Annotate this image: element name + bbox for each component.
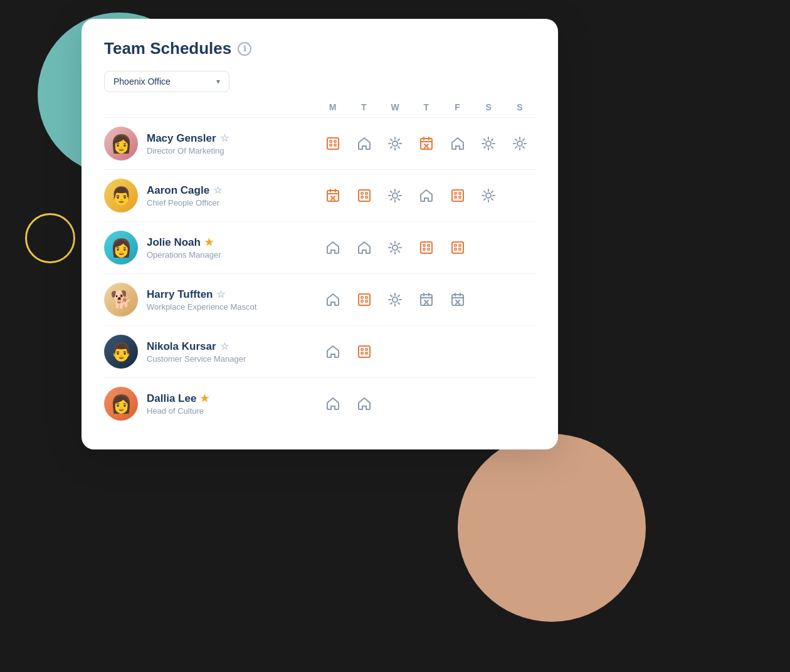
schedule-icon-macy-day6[interactable] (504, 136, 535, 151)
person-name-dallia: Dallia Lee ★ (147, 392, 209, 405)
svg-line-101 (391, 295, 392, 297)
schedule-icon-macy-day1[interactable] (349, 136, 380, 151)
person-info-nikola: 👨 Nikola Kursar ☆ Customer Service Manag… (104, 335, 317, 369)
svg-point-96 (392, 297, 398, 302)
svg-line-34 (515, 139, 517, 140)
avatar-harry: 🐕 (104, 283, 138, 317)
star-macy[interactable]: ☆ (220, 132, 229, 144)
dropdown-label: Phoenix Office (113, 76, 211, 87)
schedule-icon-harry-day0[interactable] (317, 292, 349, 307)
schedule-icon-nikola-day1[interactable] (349, 344, 380, 359)
person-info-aaron: 👨 Aaron Cagle ☆ Chief People Officer (104, 179, 317, 213)
schedule-icon-aaron-day0[interactable] (317, 188, 349, 203)
svg-rect-3 (330, 144, 332, 146)
star-jolie[interactable]: ★ (204, 236, 213, 248)
person-role-nikola: Customer Service Manager (147, 354, 246, 364)
day-header-mon: M (317, 102, 349, 112)
person-row-aaron: 👨 Aaron Cagle ☆ Chief People Officer (104, 170, 535, 222)
svg-rect-62 (459, 196, 461, 198)
yellow-bg-circle (25, 213, 75, 263)
svg-point-72 (392, 245, 398, 250)
schedule-icon-jolie-day4[interactable] (442, 240, 473, 255)
day-header-fri: F (442, 102, 473, 112)
svg-point-63 (486, 193, 491, 198)
svg-rect-82 (423, 244, 425, 246)
svg-line-70 (492, 191, 493, 192)
svg-rect-0 (327, 138, 339, 149)
day-header-tue: T (349, 102, 380, 112)
svg-rect-91 (359, 294, 370, 305)
star-dallia[interactable]: ★ (200, 392, 209, 404)
avatar-dallia: 👩 (104, 387, 138, 421)
svg-rect-105 (421, 295, 432, 305)
svg-rect-1 (330, 140, 332, 142)
schedule-icon-macy-day2[interactable] (379, 136, 411, 151)
schedule-icon-harry-day1[interactable] (349, 292, 380, 307)
svg-line-26 (492, 147, 493, 148)
svg-rect-58 (452, 190, 463, 201)
person-details-nikola: Nikola Kursar ☆ Customer Service Manager (147, 340, 246, 364)
person-details-harry: Harry Tufften ☆ Workplace Experience Mas… (147, 288, 256, 312)
svg-line-56 (398, 191, 399, 192)
svg-line-12 (398, 139, 399, 140)
info-icon[interactable]: ℹ (238, 42, 251, 56)
svg-line-25 (484, 139, 485, 140)
schedule-icon-macy-day4[interactable] (442, 136, 473, 151)
schedule-icon-aaron-day5[interactable] (473, 188, 505, 203)
person-details-dallia: Dallia Lee ★ Head of Culture (147, 392, 209, 416)
svg-rect-4 (334, 144, 336, 146)
schedule-icon-aaron-day2[interactable] (379, 188, 411, 203)
office-dropdown[interactable]: Phoenix Office ▾ (104, 71, 229, 92)
person-info-jolie: 👩 Jolie Noah ★ Operations Manager (104, 231, 317, 265)
svg-rect-92 (361, 297, 363, 298)
schedule-icon-jolie-day0[interactable] (317, 240, 349, 255)
schedule-icon-aaron-day1[interactable] (349, 188, 380, 203)
svg-line-27 (492, 139, 493, 140)
svg-rect-121 (366, 352, 367, 354)
person-row-jolie: 👩 Jolie Noah ★ Operations Manager (104, 222, 535, 274)
schedule-icon-harry-day4[interactable] (442, 292, 473, 307)
svg-line-10 (391, 139, 392, 140)
schedule-icon-macy-day3[interactable] (411, 136, 442, 151)
schedule-icon-jolie-day2[interactable] (379, 240, 411, 255)
person-info-macy: 👩 Macy Gensler ☆ Director Of Marketing (104, 127, 317, 160)
schedule-icon-macy-day0[interactable] (317, 136, 349, 151)
svg-rect-118 (361, 349, 363, 350)
person-role-jolie: Operations Manager (147, 250, 221, 260)
schedule-icon-jolie-day3[interactable] (411, 240, 442, 255)
person-info-dallia: 👩 Dallia Lee ★ Head of Culture (104, 387, 317, 421)
schedule-icon-aaron-day4[interactable] (442, 188, 473, 203)
svg-rect-44 (359, 190, 370, 201)
svg-rect-84 (423, 248, 425, 250)
svg-rect-85 (428, 248, 429, 250)
star-harry[interactable]: ☆ (216, 288, 225, 300)
day-header-sun: S (504, 102, 535, 112)
schedule-icon-jolie-day1[interactable] (349, 240, 380, 255)
svg-rect-86 (452, 242, 463, 253)
svg-rect-14 (421, 139, 432, 149)
svg-rect-45 (361, 192, 363, 194)
svg-rect-119 (366, 349, 367, 350)
schedule-icon-harry-day3[interactable] (411, 292, 442, 307)
svg-rect-83 (428, 244, 429, 246)
schedule-icon-macy-day5[interactable] (473, 136, 505, 151)
svg-rect-87 (455, 244, 456, 246)
day-header-thu: T (411, 102, 442, 112)
schedule-icon-dallia-day1[interactable] (349, 396, 380, 411)
star-aaron[interactable]: ☆ (213, 184, 222, 196)
person-name-harry: Harry Tufften ☆ (147, 288, 256, 301)
person-details-aaron: Aaron Cagle ☆ Chief People Officer (147, 184, 222, 207)
avatar-aaron: 👨 (104, 179, 138, 213)
schedule-icon-dallia-day0[interactable] (317, 396, 349, 411)
star-nikola[interactable]: ☆ (220, 340, 229, 352)
schedule-icon-nikola-day0[interactable] (317, 344, 349, 359)
person-row-harry: 🐕 Harry Tufften ☆ Workplace Experience M… (104, 274, 535, 326)
svg-point-49 (392, 193, 398, 198)
svg-rect-120 (361, 352, 363, 354)
person-details-jolie: Jolie Noah ★ Operations Manager (147, 236, 221, 260)
person-name-nikola: Nikola Kursar ☆ (147, 340, 246, 353)
person-row-macy: 👩 Macy Gensler ☆ Director Of Marketing (104, 118, 535, 170)
schedule-icon-aaron-day3[interactable] (411, 188, 442, 203)
schedule-icon-harry-day2[interactable] (379, 292, 411, 307)
svg-rect-81 (421, 242, 432, 253)
